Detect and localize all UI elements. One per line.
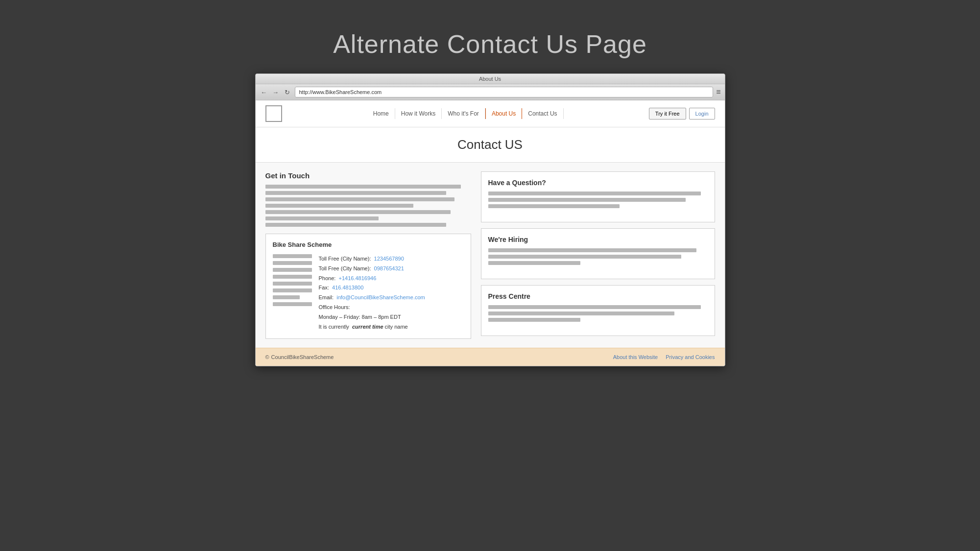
text-line (265, 210, 451, 214)
bar (273, 261, 312, 265)
fax-value[interactable]: 416.4813800 (332, 285, 363, 290)
bar (273, 288, 312, 292)
try-free-button[interactable]: Try it Free (649, 108, 686, 120)
current-time-row: It is currently current time city name (319, 322, 464, 332)
back-button[interactable]: ← (260, 88, 268, 96)
forward-button[interactable]: → (271, 88, 280, 96)
text-line (265, 185, 461, 189)
hours-value-text: Monday – Friday: 8am – 8pm EDT (319, 314, 401, 320)
address-text: http://www.BikeShareScheme.com (299, 89, 382, 95)
bar (273, 302, 312, 306)
contact-card: Bike Share Scheme (265, 234, 471, 339)
site-nav: Home How it Works Who it's For About Us … (256, 100, 725, 127)
have-question-title: Have a Question? (488, 179, 708, 187)
were-hiring-lines (488, 248, 708, 265)
text-line (265, 216, 379, 220)
toll-free-1: Toll Free (City Name): 1234567890 (319, 254, 464, 264)
contact-info-list: Toll Free (City Name): 1234567890 Toll F… (319, 254, 464, 332)
current-time-label: It is currently (319, 324, 349, 330)
bar (273, 254, 312, 258)
copyright-text: CouncilBikeShareScheme (271, 354, 334, 360)
bar (273, 275, 312, 279)
text-line (488, 192, 701, 195)
press-centre-lines (488, 305, 708, 322)
toll-free-2: Toll Free (City Name): 0987654321 (319, 264, 464, 274)
have-question-card: Have a Question? (481, 171, 715, 222)
phone-label: Phone: (319, 275, 336, 281)
text-line (488, 248, 697, 252)
fax-row: Fax: 416.4813800 (319, 283, 464, 293)
footer-about-link[interactable]: About this Website (613, 354, 658, 360)
text-line (488, 255, 681, 259)
text-line (488, 311, 675, 315)
site-footer: © CouncilBikeShareScheme About this Webs… (256, 348, 725, 366)
contact-left-bars (273, 254, 312, 332)
bar (273, 295, 300, 299)
email-value[interactable]: info@CouncilBikeShareScheme.com (336, 294, 425, 300)
main-content: Get in Touch Bike Share Scheme (256, 163, 725, 348)
email-row: Email: info@CouncilBikeShareScheme.com (319, 293, 464, 303)
tf2-label: Toll Free (City Name): (319, 265, 371, 271)
nav-home[interactable]: Home (367, 108, 395, 119)
tf1-label: Toll Free (City Name): (319, 256, 371, 262)
footer-copyright: © CouncilBikeShareScheme (265, 354, 334, 360)
nav-how-it-works[interactable]: How it Works (395, 108, 442, 119)
browser-menu-button[interactable]: ≡ (716, 88, 720, 96)
footer-privacy-link[interactable]: Privacy and Cookies (666, 354, 715, 360)
fax-label: Fax: (319, 285, 329, 290)
page-title: Contact US (457, 137, 523, 152)
text-line (488, 261, 580, 265)
address-bar[interactable]: http://www.BikeShareScheme.com (295, 87, 714, 97)
text-line (488, 318, 580, 322)
bar (273, 268, 312, 272)
contact-card-title: Bike Share Scheme (273, 241, 464, 248)
right-column: Have a Question? We're Hiring (481, 171, 715, 339)
nav-who-its-for[interactable]: Who it's For (442, 108, 485, 119)
refresh-button[interactable]: ↻ (283, 88, 292, 96)
nav-links: Home How it Works Who it's For About Us … (367, 108, 564, 119)
website-content: Home How it Works Who it's For About Us … (256, 100, 725, 366)
tf1-value[interactable]: 1234567890 (374, 256, 404, 262)
hours-value: Monday – Friday: 8am – 8pm EDT (319, 312, 464, 322)
have-question-lines (488, 192, 708, 208)
tf2-value[interactable]: 0987654321 (374, 265, 404, 271)
text-line (488, 204, 620, 208)
left-column: Get in Touch Bike Share Scheme (265, 171, 471, 339)
nav-buttons: Try it Free Login (649, 108, 715, 120)
intro-text-lines (265, 185, 471, 227)
were-hiring-card: We're Hiring (481, 228, 715, 279)
hours-label: Office Hours: (319, 304, 350, 310)
current-time-rest: city name (383, 324, 408, 330)
nav-contact-us[interactable]: Contact Us (522, 108, 563, 119)
current-time-bold: current time (352, 324, 383, 330)
footer-links: About this Website Privacy and Cookies (613, 354, 715, 360)
phone-value[interactable]: +1416.4816946 (339, 275, 377, 281)
nav-about-us[interactable]: About Us (485, 108, 522, 119)
were-hiring-title: We're Hiring (488, 236, 708, 243)
copyright-symbol: © (265, 354, 269, 360)
get-in-touch-title: Get in Touch (265, 171, 471, 180)
phone-row: Phone: +1416.4816946 (319, 274, 464, 284)
browser-toolbar: ← → ↻ http://www.BikeShareScheme.com ≡ (256, 84, 725, 100)
site-logo (265, 105, 282, 122)
contact-card-inner: Toll Free (City Name): 1234567890 Toll F… (273, 254, 464, 332)
text-line (265, 204, 413, 208)
email-label: Email: (319, 294, 334, 300)
bar (273, 282, 312, 286)
text-line (265, 191, 447, 195)
titlebar-text: About Us (479, 76, 501, 82)
browser-window: About Us ← → ↻ http://www.BikeShareSchem… (255, 73, 725, 366)
press-centre-card: Press Centre (481, 285, 715, 336)
text-line (265, 223, 447, 227)
text-line (488, 305, 701, 309)
press-centre-title: Press Centre (488, 292, 708, 300)
text-line (265, 197, 454, 201)
text-line (488, 198, 686, 202)
hours-row: Office Hours: (319, 303, 464, 312)
presentation-title: Alternate Contact Us Page (333, 29, 647, 59)
browser-titlebar: About Us (256, 74, 725, 84)
login-button[interactable]: Login (689, 108, 715, 120)
page-header: Contact US (256, 127, 725, 163)
